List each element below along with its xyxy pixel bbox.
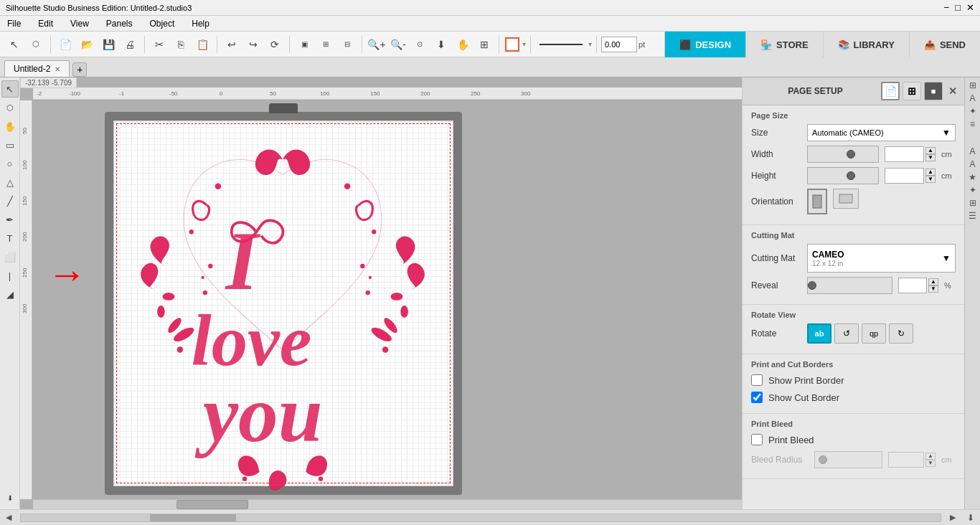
right-strip-icon-3[interactable]: ✦: [969, 106, 976, 116]
toolbar-zoom-in[interactable]: 🔍+: [367, 34, 387, 55]
toolbar-group-select[interactable]: ⬡: [26, 34, 46, 55]
toolbar-move-down[interactable]: ⬇: [431, 34, 451, 55]
toolbar-pointer[interactable]: ↖: [4, 34, 24, 55]
tab-untitled2[interactable]: Untitled-2 ✕: [4, 60, 70, 77]
size-dropdown[interactable]: Automatic (CAMEO) ▼: [807, 124, 956, 141]
tool-pan[interactable]: ✋: [1, 118, 19, 135]
toolbar-ungroup[interactable]: ⊞: [316, 34, 336, 55]
right-strip-icon-6[interactable]: A: [969, 159, 975, 169]
height-slider-thumb[interactable]: [847, 171, 855, 180]
status-scrollbar-thumb[interactable]: [150, 514, 236, 521]
toolbar-select-all[interactable]: ▣: [294, 34, 314, 55]
panel-collapse-top[interactable]: ▲: [742, 77, 743, 106]
portrait-button[interactable]: [807, 189, 827, 214]
nav-design[interactable]: ⬛ DESIGN: [664, 32, 745, 57]
toolbar-zoom-fit[interactable]: ⊙: [410, 34, 430, 55]
maximize-button[interactable]: □: [955, 2, 961, 13]
tool-eraser[interactable]: ⬜: [1, 248, 19, 265]
menu-edit[interactable]: Edit: [34, 17, 57, 30]
tool-pointer[interactable]: ↖: [1, 80, 19, 98]
stroke-color-swatch[interactable]: [505, 37, 519, 52]
scrollbar-horizontal[interactable]: [33, 499, 742, 509]
reveal-spin-down[interactable]: ▼: [928, 285, 938, 293]
reveal-slider-thumb[interactable]: [808, 281, 816, 290]
right-strip-icon-2[interactable]: A: [969, 93, 975, 103]
landscape-button[interactable]: [833, 189, 859, 209]
toolbar-refresh[interactable]: ⟳: [265, 34, 285, 55]
toolbar-open[interactable]: 📂: [77, 34, 97, 55]
menu-object[interactable]: Object: [146, 17, 179, 30]
toolbar-pan[interactable]: ✋: [453, 34, 473, 55]
toolbar-print[interactable]: 🖨: [120, 34, 140, 55]
right-strip-icon-9[interactable]: ⊞: [969, 198, 976, 208]
toolbar-zoom-window[interactable]: ⊞: [474, 34, 494, 55]
width-input[interactable]: 30.48: [885, 146, 924, 162]
height-spin-up[interactable]: ▲: [925, 169, 936, 176]
nav-library[interactable]: 📚 LIBRARY: [823, 32, 909, 57]
status-scroll-left[interactable]: ◀: [6, 513, 11, 522]
tool-node-edit[interactable]: ⬡: [1, 99, 19, 116]
tool-bottom[interactable]: ⬇: [1, 489, 19, 506]
show-cut-border-checkbox[interactable]: [751, 392, 763, 403]
toolbar-new[interactable]: 📄: [55, 34, 75, 55]
height-input[interactable]: 30.48: [885, 168, 924, 184]
tab-add-button[interactable]: +: [72, 62, 87, 77]
right-strip-icon-7[interactable]: ★: [969, 172, 976, 182]
menu-file[interactable]: File: [3, 17, 25, 30]
tab-close-button[interactable]: ✕: [55, 65, 60, 73]
design-canvas[interactable]: →: [33, 100, 742, 499]
right-strip-icon-1[interactable]: ⊞: [969, 80, 976, 90]
right-strip-icon-5[interactable]: A: [969, 146, 975, 156]
tool-text[interactable]: T: [1, 230, 19, 247]
toolbar-zoom-out[interactable]: 🔍-: [388, 34, 408, 55]
stroke-color-dropdown[interactable]: ▾: [522, 40, 526, 48]
height-spin-down[interactable]: ▼: [925, 176, 936, 183]
rotate-btn-180[interactable]: qp: [862, 323, 886, 344]
minimize-button[interactable]: −: [944, 2, 950, 13]
tool-pen[interactable]: ✒: [1, 211, 19, 228]
close-button[interactable]: ✕: [966, 2, 974, 13]
toolbar-save[interactable]: 💾: [98, 34, 118, 55]
menu-view[interactable]: View: [66, 17, 93, 30]
width-spin-up[interactable]: ▲: [925, 147, 936, 154]
scrollbar-h-thumb[interactable]: [176, 500, 248, 509]
width-spin-down[interactable]: ▼: [925, 154, 936, 161]
nav-send[interactable]: 📤 SEND: [909, 32, 980, 57]
reveal-spin-up[interactable]: ▲: [928, 278, 938, 285]
toolbar-cut[interactable]: ✂: [149, 34, 169, 55]
rotate-btn-270[interactable]: ↻: [889, 323, 913, 344]
tool-line[interactable]: ╱: [1, 192, 19, 209]
status-scrollbar[interactable]: [20, 514, 941, 522]
print-bleed-checkbox[interactable]: [751, 434, 763, 445]
menu-help[interactable]: Help: [187, 17, 214, 30]
panel-view-page[interactable]: 📄: [881, 82, 900, 100]
rotate-btn-0[interactable]: ab: [807, 323, 831, 344]
panel-close-button[interactable]: ✕: [948, 85, 957, 97]
tool-ellipse[interactable]: ○: [1, 155, 19, 172]
stroke-width-input[interactable]: 0.00: [601, 37, 637, 52]
right-strip-icon-10[interactable]: ☰: [969, 211, 976, 221]
panel-view-grid[interactable]: ⊞: [903, 82, 921, 100]
right-strip-icon-4[interactable]: ≡: [970, 119, 975, 129]
show-print-border-checkbox[interactable]: [751, 374, 763, 386]
tool-polygon[interactable]: △: [1, 174, 19, 191]
right-strip-icon-8[interactable]: ✦: [969, 185, 976, 195]
width-slider-thumb[interactable]: [847, 150, 855, 159]
status-scroll-right[interactable]: ▶: [950, 513, 956, 522]
tool-knife[interactable]: |: [1, 267, 19, 284]
menu-panels[interactable]: Panels: [102, 17, 137, 30]
toolbar-paste[interactable]: 📋: [192, 34, 212, 55]
toolbar-redo[interactable]: ↪: [243, 34, 263, 55]
cutting-mat-dropdown[interactable]: CAMEO 12 x 12 in ▼: [807, 244, 956, 273]
tool-rectangle[interactable]: ▭: [1, 136, 19, 153]
nav-store[interactable]: 🏪 STORE: [745, 32, 823, 57]
status-icon-tray[interactable]: ⬇: [967, 513, 974, 523]
tool-fill[interactable]: ◢: [1, 285, 19, 303]
reveal-input[interactable]: 0.0: [898, 278, 927, 293]
toolbar-copy[interactable]: ⎘: [171, 34, 191, 55]
toolbar-undo[interactable]: ↩: [222, 34, 242, 55]
panel-view-dark[interactable]: ■: [924, 82, 943, 100]
toolbar-group[interactable]: ⊟: [337, 34, 357, 55]
stroke-line-dropdown[interactable]: ▾: [588, 40, 592, 48]
rotate-btn-90[interactable]: ↺: [834, 323, 859, 344]
